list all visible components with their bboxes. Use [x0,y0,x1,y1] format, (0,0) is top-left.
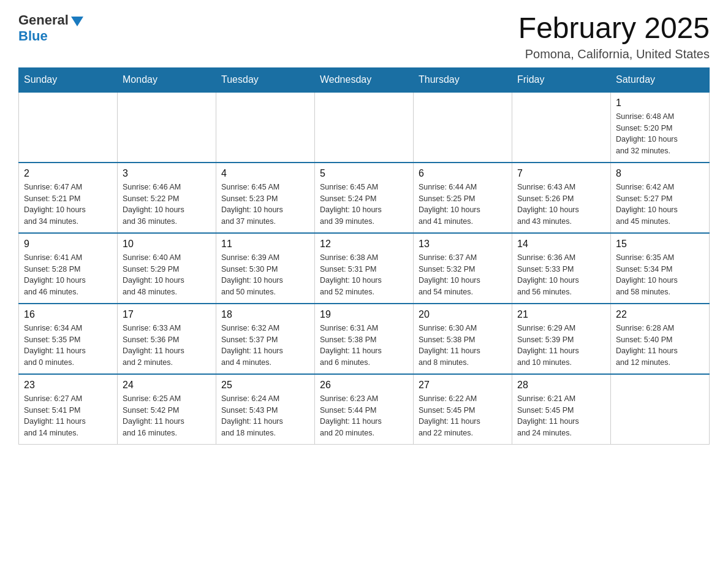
day-info: Sunrise: 6:30 AM Sunset: 5:38 PM Dayligh… [419,323,507,369]
table-row: 22Sunrise: 6:28 AM Sunset: 5:40 PM Dayli… [611,304,710,374]
day-info: Sunrise: 6:42 AM Sunset: 5:27 PM Dayligh… [616,182,704,228]
table-row: 5Sunrise: 6:45 AM Sunset: 5:24 PM Daylig… [315,163,414,233]
table-row: 10Sunrise: 6:40 AM Sunset: 5:29 PM Dayli… [118,233,216,304]
day-info: Sunrise: 6:28 AM Sunset: 5:40 PM Dayligh… [616,323,704,369]
day-info: Sunrise: 6:45 AM Sunset: 5:23 PM Dayligh… [221,182,309,228]
day-info: Sunrise: 6:40 AM Sunset: 5:29 PM Dayligh… [123,252,211,298]
calendar-week-row: 9Sunrise: 6:41 AM Sunset: 5:28 PM Daylig… [19,233,710,304]
day-number: 9 [24,239,112,250]
day-number: 6 [419,168,507,179]
day-number: 25 [221,380,309,391]
day-number: 26 [320,380,408,391]
day-number: 5 [320,168,408,179]
day-info: Sunrise: 6:41 AM Sunset: 5:28 PM Dayligh… [24,252,112,298]
table-row: 12Sunrise: 6:38 AM Sunset: 5:31 PM Dayli… [315,233,414,304]
day-number: 2 [24,168,112,179]
logo-general-text: General [18,12,69,28]
table-row [315,92,414,163]
table-row: 19Sunrise: 6:31 AM Sunset: 5:38 PM Dayli… [315,304,414,374]
table-row: 2Sunrise: 6:47 AM Sunset: 5:21 PM Daylig… [19,163,118,233]
logo: General Blue [18,12,83,44]
day-number: 16 [24,309,112,320]
day-info: Sunrise: 6:45 AM Sunset: 5:24 PM Dayligh… [320,182,408,228]
header-sunday: Sunday [19,67,118,92]
calendar-week-row: 2Sunrise: 6:47 AM Sunset: 5:21 PM Daylig… [19,163,710,233]
table-row: 27Sunrise: 6:22 AM Sunset: 5:45 PM Dayli… [414,374,512,445]
header-saturday: Saturday [611,67,710,92]
day-info: Sunrise: 6:43 AM Sunset: 5:26 PM Dayligh… [517,182,605,228]
day-info: Sunrise: 6:36 AM Sunset: 5:33 PM Dayligh… [517,252,605,298]
location-text: Pomona, California, United States [518,47,710,61]
table-row: 14Sunrise: 6:36 AM Sunset: 5:33 PM Dayli… [512,233,611,304]
day-info: Sunrise: 6:27 AM Sunset: 5:41 PM Dayligh… [24,393,112,439]
table-row: 17Sunrise: 6:33 AM Sunset: 5:36 PM Dayli… [118,304,216,374]
calendar-week-row: 23Sunrise: 6:27 AM Sunset: 5:41 PM Dayli… [19,374,710,445]
day-info: Sunrise: 6:34 AM Sunset: 5:35 PM Dayligh… [24,323,112,369]
table-row [414,92,512,163]
table-row: 13Sunrise: 6:37 AM Sunset: 5:32 PM Dayli… [414,233,512,304]
day-number: 8 [616,168,704,179]
table-row: 24Sunrise: 6:25 AM Sunset: 5:42 PM Dayli… [118,374,216,445]
header-tuesday: Tuesday [216,67,315,92]
header-friday: Friday [512,67,611,92]
calendar-week-row: 1Sunrise: 6:48 AM Sunset: 5:20 PM Daylig… [19,92,710,163]
header-monday: Monday [118,67,216,92]
day-info: Sunrise: 6:29 AM Sunset: 5:39 PM Dayligh… [517,323,605,369]
day-number: 3 [123,168,211,179]
table-row: 11Sunrise: 6:39 AM Sunset: 5:30 PM Dayli… [216,233,315,304]
day-info: Sunrise: 6:48 AM Sunset: 5:20 PM Dayligh… [616,111,704,157]
day-info: Sunrise: 6:33 AM Sunset: 5:36 PM Dayligh… [123,323,211,369]
weekday-header-row: Sunday Monday Tuesday Wednesday Thursday… [19,67,710,92]
table-row: 18Sunrise: 6:32 AM Sunset: 5:37 PM Dayli… [216,304,315,374]
day-number: 7 [517,168,605,179]
day-info: Sunrise: 6:31 AM Sunset: 5:38 PM Dayligh… [320,323,408,369]
day-info: Sunrise: 6:21 AM Sunset: 5:45 PM Dayligh… [517,393,605,439]
day-number: 14 [517,239,605,250]
day-number: 24 [123,380,211,391]
table-row: 26Sunrise: 6:23 AM Sunset: 5:44 PM Dayli… [315,374,414,445]
table-row: 6Sunrise: 6:44 AM Sunset: 5:25 PM Daylig… [414,163,512,233]
header-thursday: Thursday [414,67,512,92]
day-info: Sunrise: 6:23 AM Sunset: 5:44 PM Dayligh… [320,393,408,439]
day-info: Sunrise: 6:24 AM Sunset: 5:43 PM Dayligh… [221,393,309,439]
day-number: 1 [616,98,704,109]
table-row: 4Sunrise: 6:45 AM Sunset: 5:23 PM Daylig… [216,163,315,233]
day-info: Sunrise: 6:37 AM Sunset: 5:32 PM Dayligh… [419,252,507,298]
table-row: 23Sunrise: 6:27 AM Sunset: 5:41 PM Dayli… [19,374,118,445]
day-info: Sunrise: 6:47 AM Sunset: 5:21 PM Dayligh… [24,182,112,228]
table-row: 3Sunrise: 6:46 AM Sunset: 5:22 PM Daylig… [118,163,216,233]
day-info: Sunrise: 6:44 AM Sunset: 5:25 PM Dayligh… [419,182,507,228]
table-row [611,374,710,445]
day-number: 10 [123,239,211,250]
calendar-table: Sunday Monday Tuesday Wednesday Thursday… [18,67,710,445]
day-info: Sunrise: 6:25 AM Sunset: 5:42 PM Dayligh… [123,393,211,439]
day-number: 12 [320,239,408,250]
table-row: 15Sunrise: 6:35 AM Sunset: 5:34 PM Dayli… [611,233,710,304]
day-number: 11 [221,239,309,250]
month-title: February 2025 [518,12,710,45]
table-row: 21Sunrise: 6:29 AM Sunset: 5:39 PM Dayli… [512,304,611,374]
title-section: February 2025 Pomona, California, United… [518,12,710,61]
day-info: Sunrise: 6:38 AM Sunset: 5:31 PM Dayligh… [320,252,408,298]
day-info: Sunrise: 6:32 AM Sunset: 5:37 PM Dayligh… [221,323,309,369]
day-info: Sunrise: 6:22 AM Sunset: 5:45 PM Dayligh… [419,393,507,439]
table-row: 25Sunrise: 6:24 AM Sunset: 5:43 PM Dayli… [216,374,315,445]
header-wednesday: Wednesday [315,67,414,92]
day-number: 15 [616,239,704,250]
table-row: 9Sunrise: 6:41 AM Sunset: 5:28 PM Daylig… [19,233,118,304]
table-row [118,92,216,163]
table-row: 1Sunrise: 6:48 AM Sunset: 5:20 PM Daylig… [611,92,710,163]
table-row [512,92,611,163]
table-row: 7Sunrise: 6:43 AM Sunset: 5:26 PM Daylig… [512,163,611,233]
table-row [216,92,315,163]
day-number: 18 [221,309,309,320]
day-info: Sunrise: 6:39 AM Sunset: 5:30 PM Dayligh… [221,252,309,298]
day-number: 20 [419,309,507,320]
table-row: 20Sunrise: 6:30 AM Sunset: 5:38 PM Dayli… [414,304,512,374]
calendar-week-row: 16Sunrise: 6:34 AM Sunset: 5:35 PM Dayli… [19,304,710,374]
day-number: 21 [517,309,605,320]
day-number: 17 [123,309,211,320]
day-number: 4 [221,168,309,179]
day-number: 13 [419,239,507,250]
table-row: 28Sunrise: 6:21 AM Sunset: 5:45 PM Dayli… [512,374,611,445]
